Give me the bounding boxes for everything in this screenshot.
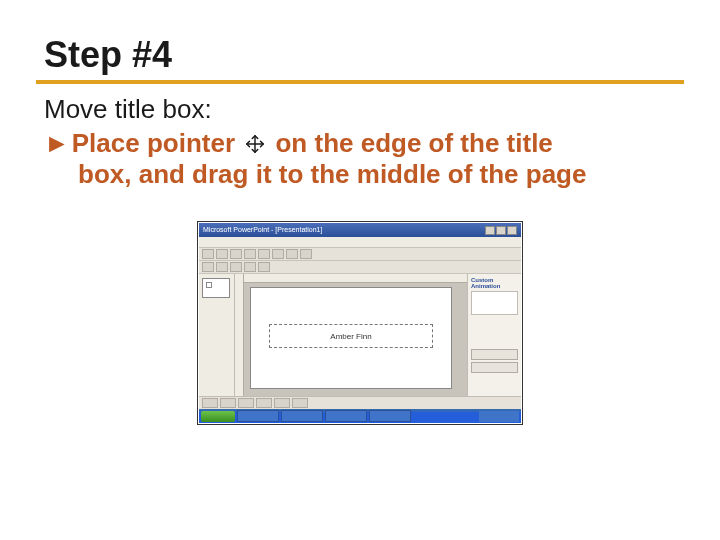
window-buttons: [485, 226, 517, 235]
toolbar-button: [220, 398, 236, 408]
window-title-text: Microsoft PowerPoint - [Presentation1]: [203, 223, 322, 237]
window-titlebar: Microsoft PowerPoint - [Presentation1]: [199, 223, 521, 237]
step-title: Step #4: [44, 34, 684, 76]
title-text-box: Amber Finn: [269, 324, 433, 348]
task-pane-title: Custom Animation: [471, 277, 518, 289]
bullet-glyph: ►: [44, 128, 70, 158]
drawing-toolbar: [199, 396, 521, 409]
taskbar-item: [281, 410, 323, 422]
toolbar-button: [258, 249, 270, 259]
system-tray: [479, 411, 519, 422]
toolbar-button: [272, 249, 284, 259]
screenshot-image: Microsoft PowerPoint - [Presentation1]: [197, 221, 523, 425]
toolbar-button: [230, 249, 242, 259]
toolbar-button: [256, 398, 272, 408]
title-divider: [36, 80, 684, 84]
toolbar-button: [292, 398, 308, 408]
toolbar-button: [238, 398, 254, 408]
toolbar-button: [202, 249, 214, 259]
menubar: [199, 237, 521, 248]
bullet-line-2: box, and drag it to the middle of the pa…: [44, 159, 684, 191]
toolbar-button: [202, 398, 218, 408]
ruler-vertical: [235, 274, 244, 396]
taskbar-item: [325, 410, 367, 422]
title-text-box-content: Amber Finn: [330, 332, 371, 341]
move-cursor-icon: [244, 131, 266, 153]
slide-canvas-area: Amber Finn: [235, 274, 467, 396]
bullet-line-1: ►Place pointer on the edge of the title: [44, 128, 684, 160]
toolbar-button: [244, 249, 256, 259]
task-pane-button: [471, 349, 518, 360]
toolbar-1: [199, 248, 521, 261]
maximize-icon: [496, 226, 506, 235]
task-pane-button: [471, 362, 518, 373]
toolbar-button: [202, 262, 214, 272]
minimize-icon: [485, 226, 495, 235]
windows-taskbar: [199, 409, 521, 423]
subhead: Move title box:: [44, 94, 684, 126]
slide-thumbnail: [202, 278, 230, 298]
toolbar-button: [274, 398, 290, 408]
taskbar-item: [237, 410, 279, 422]
toolbar-button: [286, 249, 298, 259]
slide-thumbnails-pane: [199, 274, 235, 396]
close-icon: [507, 226, 517, 235]
bullet-text-before: Place pointer: [72, 128, 235, 158]
toolbar-button: [216, 249, 228, 259]
main-area: Amber Finn Custom Animation: [199, 274, 521, 396]
slide: Step #4 Move title box: ►Place pointer: [0, 0, 720, 540]
toolbar-button: [230, 262, 242, 272]
task-pane: Custom Animation: [467, 274, 521, 396]
body-text: Move title box: ►Place pointer on the ed…: [44, 94, 684, 191]
bullet-text-after: on the edge of the title: [275, 128, 552, 158]
task-pane-buttons: [471, 349, 518, 373]
toolbar-button: [216, 262, 228, 272]
toolbar-button: [300, 249, 312, 259]
task-pane-list: [471, 291, 518, 315]
toolbar-2: [199, 261, 521, 274]
toolbar-button: [258, 262, 270, 272]
slide-canvas: Amber Finn: [250, 287, 452, 389]
toolbar-button: [244, 262, 256, 272]
start-button: [201, 411, 235, 422]
powerpoint-window: Microsoft PowerPoint - [Presentation1]: [199, 223, 521, 423]
screenshot-border: Microsoft PowerPoint - [Presentation1]: [197, 221, 523, 425]
ruler-horizontal: [235, 274, 467, 283]
taskbar-item: [369, 410, 411, 422]
